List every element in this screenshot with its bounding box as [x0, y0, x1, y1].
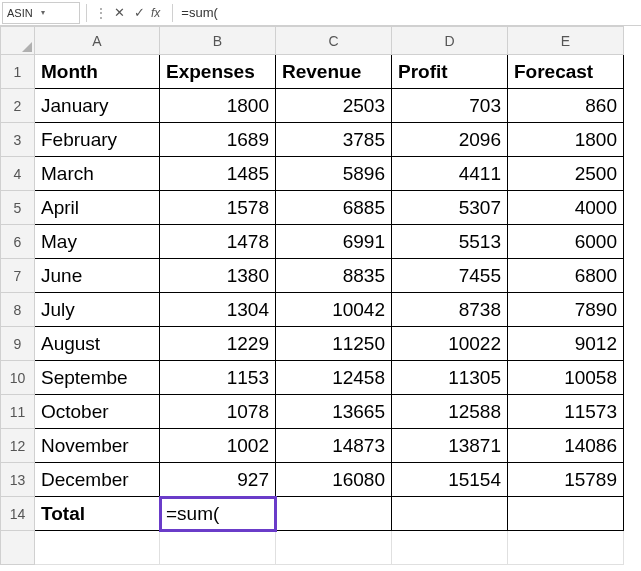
cell[interactable]: August	[35, 327, 160, 361]
cell[interactable]: 1304	[160, 293, 276, 327]
cell[interactable]: 12588	[392, 395, 508, 429]
row-header[interactable]: 1	[1, 55, 35, 89]
name-box[interactable]: ASIN ▾	[2, 2, 80, 24]
cell[interactable]: 6800	[508, 259, 624, 293]
cell[interactable]: 2096	[392, 123, 508, 157]
cell[interactable]: 15154	[392, 463, 508, 497]
cell[interactable]: 1578	[160, 191, 276, 225]
cell[interactable]: March	[35, 157, 160, 191]
row-header[interactable]: 2	[1, 89, 35, 123]
row-header[interactable]: 8	[1, 293, 35, 327]
cell[interactable]: 2500	[508, 157, 624, 191]
cell[interactable]: October	[35, 395, 160, 429]
col-header-B[interactable]: B	[160, 27, 276, 55]
col-header-C[interactable]: C	[276, 27, 392, 55]
cell[interactable]: 6885	[276, 191, 392, 225]
cell[interactable]: 927	[160, 463, 276, 497]
cell[interactable]	[392, 531, 508, 565]
cell[interactable]: 1689	[160, 123, 276, 157]
cell[interactable]: 10022	[392, 327, 508, 361]
chevron-down-icon[interactable]: ▾	[33, 8, 45, 17]
cell[interactable]: April	[35, 191, 160, 225]
col-header-D[interactable]: D	[392, 27, 508, 55]
cancel-icon[interactable]: ✕	[109, 5, 129, 20]
cell[interactable]: June	[35, 259, 160, 293]
cell[interactable]: May	[35, 225, 160, 259]
cell[interactable]: 12458	[276, 361, 392, 395]
cell[interactable]	[160, 531, 276, 565]
cell[interactable]: 14086	[508, 429, 624, 463]
cell[interactable]: 1229	[160, 327, 276, 361]
col-header-A[interactable]: A	[35, 27, 160, 55]
cell[interactable]: 5513	[392, 225, 508, 259]
cell[interactable]: 703	[392, 89, 508, 123]
cell[interactable]	[508, 497, 624, 531]
row-header[interactable]: 14	[1, 497, 35, 531]
row-header[interactable]: 5	[1, 191, 35, 225]
cell[interactable]: 3785	[276, 123, 392, 157]
cell-D1[interactable]: Profit	[392, 55, 508, 89]
cell[interactable]: 11250	[276, 327, 392, 361]
cell[interactable]: January	[35, 89, 160, 123]
confirm-icon[interactable]: ✓	[129, 5, 149, 20]
cell-E1[interactable]: Forecast	[508, 55, 624, 89]
cell[interactable]	[35, 531, 160, 565]
cell[interactable]: 1078	[160, 395, 276, 429]
dots-icon[interactable]: ⋮	[93, 6, 109, 20]
cell[interactable]: 11573	[508, 395, 624, 429]
cell[interactable]: 2503	[276, 89, 392, 123]
cell[interactable]	[276, 497, 392, 531]
cell[interactable]: 10058	[508, 361, 624, 395]
formula-input[interactable]: =sum(	[179, 5, 641, 20]
cell[interactable]: 1478	[160, 225, 276, 259]
row-header[interactable]: 9	[1, 327, 35, 361]
fx-label[interactable]: fx	[151, 6, 160, 20]
cell[interactable]: 1002	[160, 429, 276, 463]
cell[interactable]: November	[35, 429, 160, 463]
cell[interactable]: 15789	[508, 463, 624, 497]
row-header[interactable]	[1, 531, 35, 565]
cell[interactable]: December	[35, 463, 160, 497]
select-all-corner[interactable]	[1, 27, 35, 55]
cell[interactable]: 7890	[508, 293, 624, 327]
cell[interactable]: 1380	[160, 259, 276, 293]
cell[interactable]	[508, 531, 624, 565]
cell[interactable]: 5307	[392, 191, 508, 225]
cell[interactable]: 14873	[276, 429, 392, 463]
cell[interactable]: 4411	[392, 157, 508, 191]
cell[interactable]: July	[35, 293, 160, 327]
cell[interactable]: Septembe	[35, 361, 160, 395]
cell[interactable]: 860	[508, 89, 624, 123]
cell[interactable]: 11305	[392, 361, 508, 395]
cell-A1[interactable]: Month	[35, 55, 160, 89]
row-header[interactable]: 6	[1, 225, 35, 259]
cell[interactable]: 7455	[392, 259, 508, 293]
col-header-E[interactable]: E	[508, 27, 624, 55]
cell-B1[interactable]: Expenses	[160, 55, 276, 89]
cell[interactable]: 8835	[276, 259, 392, 293]
row-header[interactable]: 12	[1, 429, 35, 463]
cell[interactable]: 4000	[508, 191, 624, 225]
cell-B14-active[interactable]: =sum(	[160, 497, 276, 531]
row-header[interactable]: 10	[1, 361, 35, 395]
cell[interactable]: 10042	[276, 293, 392, 327]
cell-C1[interactable]: Revenue	[276, 55, 392, 89]
cell[interactable]: 9012	[508, 327, 624, 361]
cell[interactable]: 6991	[276, 225, 392, 259]
cell[interactable]: 1485	[160, 157, 276, 191]
row-header[interactable]: 4	[1, 157, 35, 191]
cell[interactable]: 5896	[276, 157, 392, 191]
cell[interactable]: 13665	[276, 395, 392, 429]
cell[interactable]: 8738	[392, 293, 508, 327]
row-header[interactable]: 3	[1, 123, 35, 157]
row-header[interactable]: 7	[1, 259, 35, 293]
cell[interactable]	[276, 531, 392, 565]
cell[interactable]: 13871	[392, 429, 508, 463]
cell[interactable]: 1800	[160, 89, 276, 123]
cell[interactable]: 16080	[276, 463, 392, 497]
cell[interactable]: 6000	[508, 225, 624, 259]
cell[interactable]: 1800	[508, 123, 624, 157]
cell[interactable]	[392, 497, 508, 531]
cell[interactable]: 1153	[160, 361, 276, 395]
cell-A14[interactable]: Total	[35, 497, 160, 531]
